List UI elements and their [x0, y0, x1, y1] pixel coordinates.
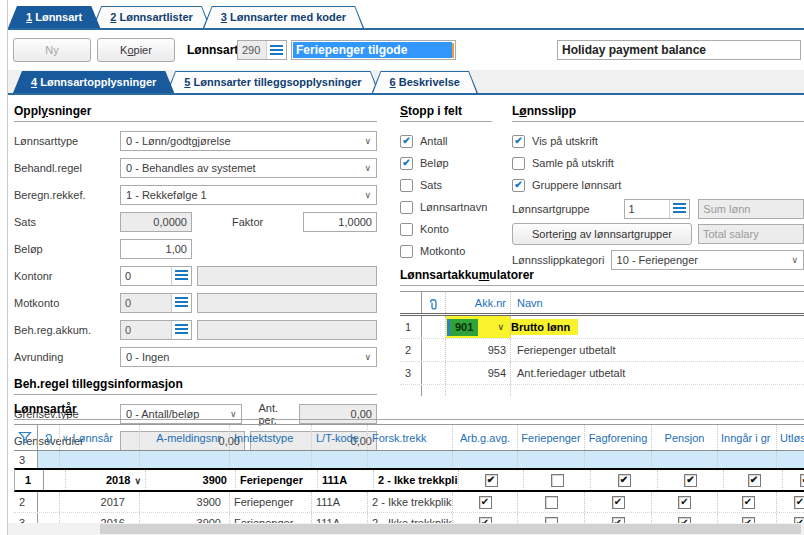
- lookup-list-button[interactable]: [171, 267, 191, 285]
- paperclip-icon: [38, 425, 60, 450]
- akk-nr-column-header[interactable]: Akk.nr: [446, 292, 511, 313]
- chevron-down-icon[interactable]: ∨: [497, 322, 504, 332]
- column-header-feriepenger[interactable]: Feriepenger: [518, 425, 585, 450]
- akk-row[interactable]: 1 901 ∨ Brutto lønn: [400, 316, 804, 339]
- akk-navn-cell: Ant.feriedager utbetalt: [511, 362, 804, 384]
- lonnsartgruppe-label: Lønnsartgruppe: [512, 203, 624, 215]
- lonnsartar-section: Lønnsartår Lønnsår A-meldingsnr Inntekts…: [14, 402, 804, 534]
- checkbox-utlos[interactable]: [800, 474, 804, 487]
- tab-lonnsartopplysninger[interactable]: 4 Lønnsartopplysninger: [13, 71, 174, 93]
- list-icon: [175, 270, 188, 281]
- copy-button[interactable]: Kopier: [97, 38, 175, 62]
- checkbox-motkonto[interactable]: [400, 245, 413, 258]
- table-row[interactable]: 1 2018 3900 Feriepenger 111A 2 - Ikke tr…: [14, 468, 804, 492]
- column-header-inngar[interactable]: Inngår i gr: [718, 425, 777, 450]
- lonnsart-name-input[interactable]: Feriepenger tilgode: [291, 40, 456, 60]
- akk-row[interactable]: 3 954 Ant.feriedager utbetalt: [400, 362, 804, 385]
- lookup-list-button[interactable]: [171, 321, 191, 339]
- akkumulatorer-title: Lønnsartakkumulatorer: [400, 268, 804, 286]
- beh-reg-akkum-combo: 0: [120, 320, 192, 340]
- lonnsart-name-english-input[interactable]: Holiday payment balance: [557, 40, 801, 60]
- lonnsartgruppe-combo[interactable]: 1: [624, 199, 691, 219]
- checkbox-konto[interactable]: [400, 223, 413, 236]
- checkbox-label: Vis på utskrift: [532, 135, 598, 147]
- column-header-utlos[interactable]: Utløs: [777, 425, 804, 450]
- checkbox-label: Samle på utskrift: [532, 157, 614, 169]
- akk-nr-edit-cell[interactable]: 901: [447, 319, 478, 336]
- new-button[interactable]: Ny: [13, 38, 91, 62]
- motkonto-name-field: [197, 293, 377, 313]
- checkbox-feriepenger[interactable]: [551, 474, 564, 487]
- lonnsslipp-section: Lønnsslipp Vis på utskrift Samle på utsk…: [512, 104, 804, 276]
- checkbox-label: Lønnsartnavn: [420, 201, 487, 213]
- checkbox-inngar[interactable]: [748, 474, 761, 487]
- tab-lonnsarter-med-koder[interactable]: 3 Lønnsarter med koder: [203, 6, 364, 28]
- checkbox-label: Motkonto: [420, 245, 465, 257]
- row-number: 2: [14, 492, 38, 512]
- list-icon: [175, 297, 188, 308]
- checkbox-sats[interactable]: [400, 179, 413, 192]
- akk-row[interactable]: 2 953 Feriepenger utbetalt: [400, 339, 804, 362]
- lonnsartar-table-header: Lønnsår A-meldingsnr Inntektstype L/T-ko…: [14, 424, 804, 451]
- chevron-down-icon[interactable]: [130, 474, 141, 486]
- checkbox-lonnsartnavn[interactable]: [400, 201, 413, 214]
- tab-tilleggsopplysninger[interactable]: 5 Lønnsarter tilleggsopplysninger: [166, 71, 379, 93]
- lonnsarttype-select[interactable]: 0 - Lønn/godtgjørelse: [120, 131, 377, 151]
- belop-input[interactable]: 1,00: [120, 239, 192, 259]
- lonnsslippkategori-select[interactable]: 10 - Feriepenger: [611, 250, 804, 270]
- tab-lonnsart[interactable]: 1 Lønnsart: [8, 6, 100, 28]
- column-header-lonnsar[interactable]: Lønnsår: [60, 425, 140, 450]
- checkbox-antall[interactable]: [400, 135, 413, 148]
- checkbox-fagforening[interactable]: [618, 474, 631, 487]
- behandl-regel-select[interactable]: 0 - Behandles av systemet: [120, 158, 377, 178]
- table-row[interactable]: 2 2017 3900 Feriepenger 111A 2 - Ikke tr…: [14, 492, 804, 513]
- sortering-button[interactable]: Sortering av lønnsartgrupper: [512, 223, 692, 245]
- scrollbar-thumb[interactable]: [100, 524, 801, 534]
- checkbox-belop[interactable]: [400, 157, 413, 170]
- lookup-list-button[interactable]: [669, 200, 689, 218]
- akk-navn-column-header[interactable]: Navn: [511, 292, 804, 313]
- checkbox-pensjon[interactable]: [684, 474, 697, 487]
- checkbox-arbgavg[interactable]: [485, 474, 498, 487]
- column-header-ameldingsnr[interactable]: A-meldingsnr: [140, 425, 230, 450]
- akk-navn-cell: Brutto lønn: [511, 319, 578, 335]
- checkbox-pensjon[interactable]: [678, 496, 691, 509]
- tab-lonnsartlister[interactable]: 2 Lønnsartlister: [92, 6, 211, 28]
- filter-icon[interactable]: [14, 425, 38, 450]
- lonnsartgruppe-name-field: Sum lønn: [698, 199, 804, 219]
- selected-text: Feriepenger tilgode: [293, 42, 452, 58]
- lookup-list-button[interactable]: [171, 294, 191, 312]
- checkbox-feriepenger[interactable]: [545, 496, 558, 509]
- checkbox-vis-pa-utskrift[interactable]: [512, 135, 525, 148]
- checkbox-utlos[interactable]: [794, 496, 804, 509]
- akk-nr-cell: 953: [446, 339, 511, 361]
- checkbox-gruppere-lonnsart[interactable]: [512, 179, 525, 192]
- horizontal-scrollbar[interactable]: [8, 523, 804, 535]
- column-header-pensjon[interactable]: Pensjon: [652, 425, 718, 450]
- checkbox-inngar[interactable]: [742, 496, 755, 509]
- beregn-rekkef-label: Beregn.rekkef.: [14, 189, 120, 201]
- list-icon: [673, 203, 686, 214]
- column-header-ltkode[interactable]: L/T-kode: [312, 425, 368, 450]
- lonnsart-code-combo[interactable]: 290: [237, 40, 287, 60]
- column-header-arbgavg[interactable]: Arb.g.avg.: [453, 425, 518, 450]
- column-header-inntektstype[interactable]: Inntektstype: [230, 425, 312, 450]
- lookup-list-button[interactable]: [266, 41, 286, 59]
- checkbox-samle-pa-utskrift[interactable]: [512, 157, 525, 170]
- lonnsartakkumulatorer-section: Lønnsartakkumulatorer Akk.nr Navn 1 901 …: [400, 268, 804, 396]
- column-header-forsktrekk[interactable]: Forsk.trekk: [368, 425, 453, 450]
- akk-row-partial: [400, 385, 804, 396]
- text-cursor: [452, 43, 454, 58]
- checkbox-fagforening[interactable]: [612, 496, 625, 509]
- beregn-rekkef-select[interactable]: 1 - Rekkefølge 1: [120, 185, 377, 205]
- column-header-fagforening[interactable]: Fagforening: [585, 425, 652, 450]
- checkbox-arbgavg[interactable]: [479, 496, 492, 509]
- avrunding-select[interactable]: 0 - Ingen: [120, 347, 377, 367]
- kontonr-combo[interactable]: 0: [120, 266, 192, 286]
- faktor-input[interactable]: 1,0000: [303, 212, 377, 232]
- lonnsart-window: 1 Lønnsart 2 Lønnsartlister 3 Lønnsarter…: [0, 0, 804, 535]
- paperclip-icon: [422, 292, 446, 313]
- tab-beskrivelse[interactable]: 6 Beskrivelse: [372, 71, 478, 93]
- filter-row[interactable]: 3: [14, 451, 804, 468]
- akk-navn-cell: Feriepenger utbetalt: [511, 339, 804, 361]
